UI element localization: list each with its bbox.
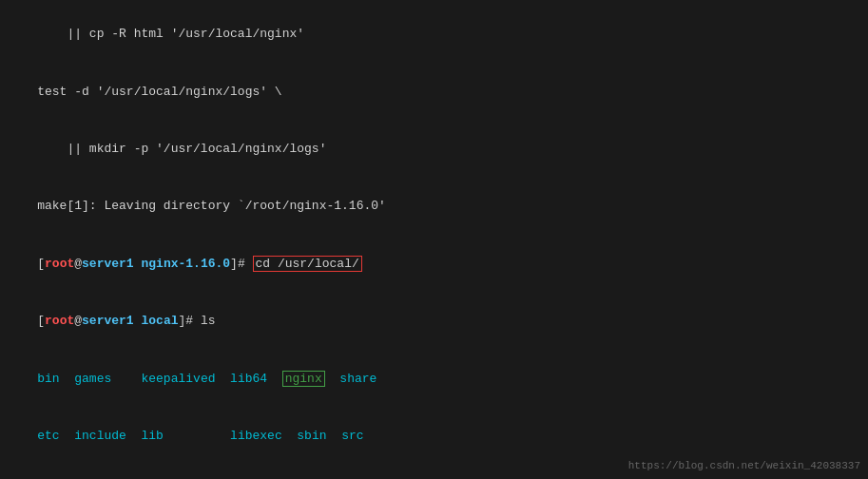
line-cp: || cp -R html '/usr/local/nginx': [8, 6, 860, 63]
line-make: make[1]: Leaving directory `/root/nginx-…: [8, 178, 860, 235]
watermark: https://blog.csdn.net/weixin_42038337: [628, 460, 860, 471]
line-prompt-cd-local: [root@server1 nginx-1.16.0]# cd /usr/loc…: [8, 236, 860, 293]
line-prompt-ls1: [root@server1 local]# ls: [8, 293, 860, 350]
line-ls-output2: etc include lib libexec sbin src: [8, 408, 860, 465]
line-test: test -d '/usr/local/nginx/logs' \: [8, 63, 860, 120]
line-ls-output: bin games keepalived lib64 nginx share: [8, 351, 860, 408]
line-mkdir: || mkdir -p '/usr/local/nginx/logs': [8, 121, 860, 178]
terminal: || cp -R html '/usr/local/nginx' test -d…: [0, 0, 868, 479]
